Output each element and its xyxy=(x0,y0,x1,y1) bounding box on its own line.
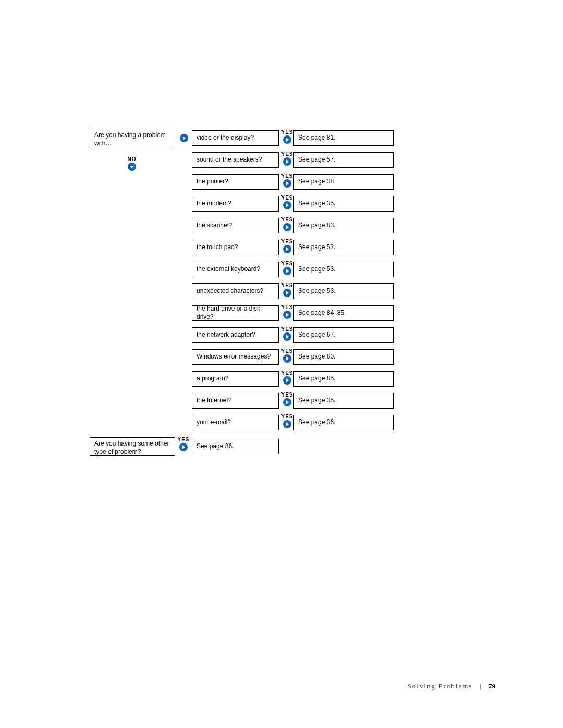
question-text: Are you having some other type of proble… xyxy=(94,440,170,456)
answer-text: See page 35. xyxy=(298,397,335,405)
answer-box: See page 67. xyxy=(293,327,394,343)
problem-text: a program? xyxy=(197,375,228,383)
problem-box: a program? xyxy=(192,371,279,387)
arrow-right-icon xyxy=(179,442,188,452)
answer-text: See page 35. xyxy=(298,200,335,208)
problem-text: Windows error messages? xyxy=(197,353,271,361)
no-label: NO xyxy=(126,156,138,162)
answer-box: See page 85. xyxy=(293,371,394,387)
yes-label: YES xyxy=(281,261,293,266)
arrow-right-icon xyxy=(283,310,292,319)
problem-text: unexpected characters? xyxy=(197,287,263,295)
problem-text: the scanner? xyxy=(197,221,232,230)
answer-text: See page 86. xyxy=(197,442,234,451)
arrow-right-icon xyxy=(283,266,292,276)
answer-box: See page 53. xyxy=(293,262,394,277)
question-box-bottom: Are you having some other type of proble… xyxy=(90,437,175,456)
answer-text: See page 83. xyxy=(298,221,335,230)
answer-box: See page 86. xyxy=(192,439,279,454)
yes-label: YES xyxy=(281,195,293,201)
yes-label: YES xyxy=(281,392,293,398)
problem-text: video or the display? xyxy=(197,134,254,142)
problem-box: the touch pad? xyxy=(192,240,279,255)
answer-box: See page 38 xyxy=(293,174,394,190)
yes-label: YES xyxy=(281,151,293,157)
arrow-right-icon xyxy=(283,398,292,407)
problem-text: the network adapter? xyxy=(197,331,255,339)
arrow-right-icon xyxy=(283,157,292,166)
answer-box: See page 52. xyxy=(293,240,394,255)
yes-label: YES xyxy=(281,348,293,354)
problem-text: the external keyboard? xyxy=(197,265,260,274)
problem-box: the Internet? xyxy=(192,393,279,409)
yes-label: YES xyxy=(281,282,293,288)
problem-text: sound or the speakers? xyxy=(197,156,262,164)
footer-page-number: 79 xyxy=(488,682,495,690)
yes-label: YES xyxy=(281,370,293,376)
answer-text: See page 36. xyxy=(298,418,335,427)
yes-label: YES xyxy=(281,239,293,244)
answer-text: See page 81. xyxy=(298,134,335,142)
arrow-right-icon xyxy=(179,133,189,143)
answer-box: See page 35. xyxy=(293,196,394,212)
question-text: Are you having a problem with… xyxy=(94,131,170,147)
problem-box: the hard drive or a disk drive? xyxy=(192,305,279,321)
problem-text: your e-mail? xyxy=(197,418,231,427)
problem-box: unexpected characters? xyxy=(192,283,279,299)
answer-box: See page 81. xyxy=(293,130,394,146)
problem-box: Windows error messages? xyxy=(192,349,279,365)
page: Are you having a problem with… NO video … xyxy=(0,0,563,728)
arrow-right-icon xyxy=(283,201,292,210)
answer-text: See page 57. xyxy=(298,156,335,164)
arrow-right-icon xyxy=(283,419,292,429)
answer-text: See page 53. xyxy=(298,265,335,274)
problem-text: the touch pad? xyxy=(197,243,238,252)
answer-box: See page 35. xyxy=(293,393,394,409)
problem-box: the printer? xyxy=(192,174,279,190)
page-footer: Solving Problems | 79 xyxy=(408,682,495,690)
arrow-right-icon xyxy=(283,376,292,385)
footer-section: Solving Problems xyxy=(408,682,473,690)
answer-box: See page 83. xyxy=(293,218,394,233)
answer-box: See page 80. xyxy=(293,349,394,365)
yes-label: YES xyxy=(281,326,293,332)
answer-text: See page 52. xyxy=(298,243,335,252)
answer-text: See page 38 xyxy=(298,178,334,186)
answer-box: See page 84–85. xyxy=(293,305,394,321)
problem-text: the modem? xyxy=(197,200,231,208)
yes-label: YES xyxy=(281,217,293,223)
problem-box: video or the display? xyxy=(192,130,279,146)
arrow-right-icon xyxy=(283,288,292,298)
problem-text: the hard drive or a disk drive? xyxy=(197,305,274,321)
problem-box: the external keyboard? xyxy=(192,262,279,277)
footer-separator: | xyxy=(480,682,481,690)
arrow-down-icon xyxy=(127,162,137,171)
yes-label: YES xyxy=(281,129,293,135)
arrow-right-icon xyxy=(283,179,292,188)
arrow-right-icon xyxy=(283,223,292,232)
answer-text: See page 80. xyxy=(298,353,335,361)
problem-text: the printer? xyxy=(197,178,228,186)
answer-box: See page 36. xyxy=(293,415,394,430)
problem-text: the Internet? xyxy=(197,397,231,405)
problem-box: your e-mail? xyxy=(192,415,279,430)
answer-text: See page 84–85. xyxy=(298,309,346,317)
problem-box: the network adapter? xyxy=(192,327,279,343)
answer-text: See page 67. xyxy=(298,331,335,339)
answer-box: See page 57. xyxy=(293,152,394,168)
answer-text: See page 53. xyxy=(298,287,335,295)
arrow-right-icon xyxy=(283,332,292,341)
yes-label: YES xyxy=(281,173,293,179)
yes-label: YES xyxy=(281,304,293,310)
answer-box: See page 53. xyxy=(293,283,394,299)
question-box-top: Are you having a problem with… xyxy=(90,129,175,147)
yes-label: YES xyxy=(177,437,190,442)
arrow-right-icon xyxy=(283,354,292,363)
problem-box: the scanner? xyxy=(192,218,279,233)
problem-box: the modem? xyxy=(192,196,279,212)
arrow-right-icon xyxy=(283,244,292,254)
yes-label: YES xyxy=(281,414,293,419)
problem-box: sound or the speakers? xyxy=(192,152,279,168)
arrow-right-icon xyxy=(283,135,292,144)
answer-text: See page 85. xyxy=(298,375,335,383)
